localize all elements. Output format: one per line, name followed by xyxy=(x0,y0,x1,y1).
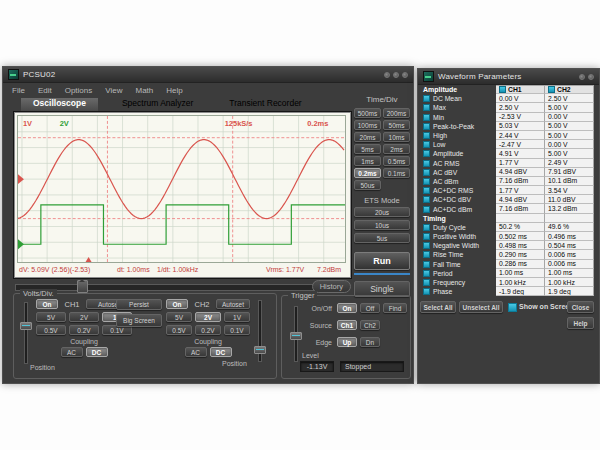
param-checkbox-icon[interactable] xyxy=(423,104,430,111)
tab-spectrum-analyzer[interactable]: Spectrum Analyzer xyxy=(110,98,205,112)
trigger-on-off-on[interactable]: On xyxy=(337,303,357,313)
param-checkbox-icon[interactable] xyxy=(423,270,430,277)
param-row-ac-dc-rms[interactable]: AC+DC RMS xyxy=(420,186,496,195)
param-checkbox-icon[interactable] xyxy=(423,123,430,130)
ets-10us[interactable]: 10us xyxy=(354,220,410,230)
ch1-coupling-ac[interactable]: AC xyxy=(61,347,83,357)
param-row-frequency[interactable]: Frequency xyxy=(420,278,496,287)
ch2-coupling-dc[interactable]: DC xyxy=(210,347,232,357)
param-checkbox-icon[interactable] xyxy=(423,206,430,213)
ch2-volts-0.5v[interactable]: 0.5V xyxy=(166,325,192,335)
param-row-duty-cycle[interactable]: Duty Cycle xyxy=(420,223,496,232)
menu-options[interactable]: Options xyxy=(65,86,93,95)
tab-transient-recorder[interactable]: Transient Recorder xyxy=(217,98,313,112)
trigger-on-off-off[interactable]: Off xyxy=(360,303,380,313)
menu-help[interactable]: Help xyxy=(166,86,182,95)
trigger-level-value[interactable]: -1.13V xyxy=(300,361,334,372)
param-checkbox-icon[interactable] xyxy=(423,279,430,286)
history-slider-handle[interactable] xyxy=(77,280,88,293)
trigger-source-ch1[interactable]: Ch1 xyxy=(337,320,357,330)
param-checkbox-icon[interactable] xyxy=(423,178,430,185)
trigger-on-off-find[interactable]: Find xyxy=(383,303,407,313)
param-checkbox-icon[interactable] xyxy=(423,160,430,167)
ch1-position-track[interactable] xyxy=(24,302,28,364)
ch2-position-handle[interactable] xyxy=(254,346,266,354)
param-col-ch1[interactable]: CH1 xyxy=(496,85,545,94)
ch1-volts-2v[interactable]: 2V xyxy=(69,312,99,322)
param-row-ac-dbv[interactable]: AC dBV xyxy=(420,168,496,177)
ch1-volts-0.5v[interactable]: 0.5V xyxy=(36,325,66,335)
param-row-high[interactable]: High xyxy=(420,131,496,140)
ets-20us[interactable]: 20us xyxy=(354,207,410,217)
maximize-icon[interactable] xyxy=(393,72,399,78)
param-checkbox-icon[interactable] xyxy=(423,196,430,203)
ch2-volts-0.2v[interactable]: 0.2V xyxy=(195,325,221,335)
param-checkbox-icon[interactable] xyxy=(423,95,430,102)
param-checkbox-icon[interactable] xyxy=(423,224,430,231)
timediv-0.2ms[interactable]: 0.2ms xyxy=(354,168,381,178)
param-row-period[interactable]: Period xyxy=(420,269,496,278)
ch2-volts-0.1v[interactable]: 0.1V xyxy=(224,325,250,335)
trigger-edge-dn[interactable]: Dn xyxy=(360,337,380,347)
menu-math[interactable]: Math xyxy=(135,86,153,95)
param-checkbox-icon[interactable] xyxy=(423,114,430,121)
param-row-dc-mean[interactable]: DC Mean xyxy=(420,94,496,103)
trigger-source-ch2[interactable]: Ch2 xyxy=(360,320,380,330)
ch1-volts-0.2v[interactable]: 0.2V xyxy=(69,325,99,335)
close-button[interactable]: Close xyxy=(567,301,594,313)
param-row-positive-width[interactable]: Positive Width xyxy=(420,232,496,241)
unselect-all-button[interactable]: Unselect All xyxy=(459,301,503,313)
ch1-volts-5v[interactable]: 5V xyxy=(36,312,66,322)
param-checkbox-icon[interactable] xyxy=(423,242,430,249)
ch1-coupling-dc[interactable]: DC xyxy=(86,347,108,357)
param-row-max[interactable]: Max xyxy=(420,103,496,112)
params-titlebar[interactable]: Waveform Parameters xyxy=(418,69,599,85)
ch1-on-button[interactable]: On xyxy=(36,299,58,309)
param-row-negative-width[interactable]: Negative Width xyxy=(420,241,496,250)
param-row-peak-to-peak[interactable]: Peak-to-Peak xyxy=(420,122,496,131)
trigger-edge-up[interactable]: Up xyxy=(337,337,357,347)
history-slider-track[interactable] xyxy=(15,284,317,291)
minimize-icon[interactable] xyxy=(384,72,390,78)
param-checkbox-icon[interactable] xyxy=(423,150,430,157)
timediv-5ms[interactable]: 5ms xyxy=(354,144,381,154)
timediv-50us[interactable]: 50us xyxy=(354,180,381,190)
param-checkbox-icon[interactable] xyxy=(423,169,430,176)
param-row-ac-dc-dbv[interactable]: AC+DC dBV xyxy=(420,195,496,204)
param-row-phase[interactable]: Phase xyxy=(420,287,496,296)
param-row-ac-rms[interactable]: AC RMS xyxy=(420,159,496,168)
timediv-100ms[interactable]: 100ms xyxy=(354,120,381,130)
persist-button[interactable]: Persist xyxy=(116,299,162,310)
param-row-amplitude[interactable]: Amplitude xyxy=(420,149,496,158)
param-checkbox-icon[interactable] xyxy=(423,233,430,240)
trigger-level-handle[interactable] xyxy=(290,332,302,340)
close-icon[interactable] xyxy=(402,72,408,78)
params-minimize-icon[interactable] xyxy=(579,74,585,80)
timediv-20ms[interactable]: 20ms xyxy=(354,132,381,142)
run-button[interactable]: Run xyxy=(354,252,410,270)
param-checkbox-icon[interactable] xyxy=(423,251,430,258)
param-row-low[interactable]: Low xyxy=(420,140,496,149)
main-titlebar[interactable]: PCSU02 xyxy=(3,67,413,83)
timediv-10ms[interactable]: 10ms xyxy=(383,132,410,142)
ch2-volts-5v[interactable]: 5V xyxy=(166,312,192,322)
param-checkbox-icon[interactable] xyxy=(423,141,430,148)
history-button[interactable]: History xyxy=(312,280,351,293)
param-checkbox-icon[interactable] xyxy=(423,187,430,194)
select-all-button[interactable]: Select All xyxy=(420,301,456,313)
ch2-volts-1v[interactable]: 1V xyxy=(224,312,250,322)
param-row-fall-time[interactable]: Fall Time xyxy=(420,260,496,269)
menu-view[interactable]: View xyxy=(105,86,122,95)
ets-5us[interactable]: 5us xyxy=(354,233,410,243)
param-row-ac-dc-dbm[interactable]: AC+DC dBm xyxy=(420,204,496,213)
help-button[interactable]: Help xyxy=(567,317,594,329)
ch2-autoset-button[interactable]: Autoset xyxy=(216,299,250,309)
big-screen-button[interactable]: Big Screen xyxy=(116,314,162,327)
param-checkbox-icon[interactable] xyxy=(423,132,430,139)
timediv-2ms[interactable]: 2ms xyxy=(383,144,410,154)
param-checkbox-icon[interactable] xyxy=(423,288,430,295)
param-col-ch2[interactable]: CH2 xyxy=(545,85,594,94)
ch1-position-handle[interactable] xyxy=(20,322,32,330)
timediv-0.1ms[interactable]: 0.1ms xyxy=(383,168,410,178)
param-checkbox-icon[interactable] xyxy=(423,261,430,268)
